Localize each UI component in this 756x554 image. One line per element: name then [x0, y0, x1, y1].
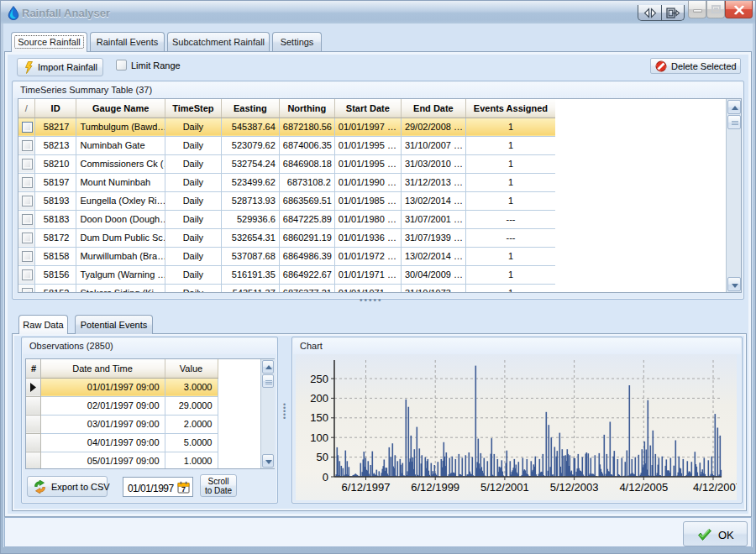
svg-text:250: 250 [310, 373, 328, 385]
svg-text:100: 100 [310, 431, 328, 444]
svg-text:150: 150 [310, 411, 328, 424]
svg-text:5/12/2003: 5/12/2003 [550, 481, 599, 494]
svg-text:7: 7 [181, 485, 186, 494]
svg-text:200: 200 [310, 392, 328, 405]
svg-text:5/12/2001: 5/12/2001 [480, 481, 529, 494]
svg-text:4/12/2007: 4/12/2007 [693, 481, 737, 494]
svg-text:0: 0 [323, 471, 328, 483]
svg-text:6/12/1997: 6/12/1997 [342, 481, 391, 494]
svg-text:4/12/2005: 4/12/2005 [619, 481, 668, 494]
svg-text:6/12/1999: 6/12/1999 [411, 481, 459, 494]
svg-text:50: 50 [317, 451, 328, 463]
